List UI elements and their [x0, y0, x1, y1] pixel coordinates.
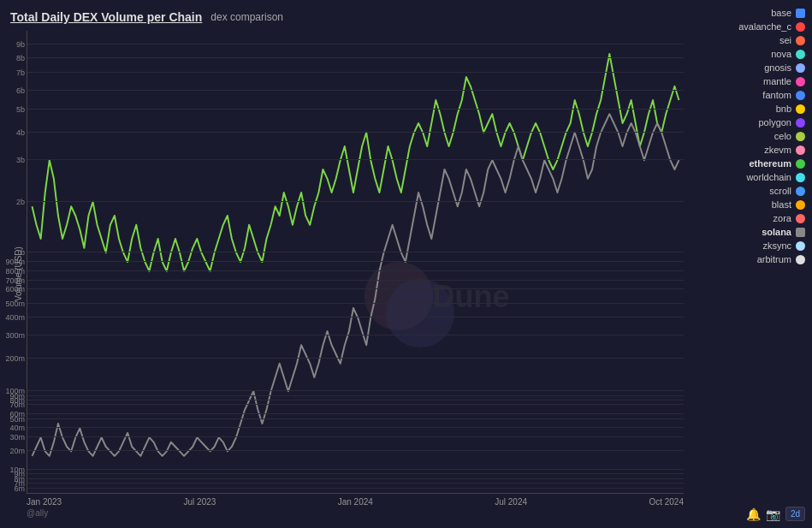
legend-item[interactable]: worldchain [687, 171, 805, 183]
chart-title: Total Daily DEX Volume per Chain [10, 10, 202, 24]
x-axis-label: Jan 2024 [338, 497, 373, 507]
legend-label: zkevm [764, 145, 791, 155]
legend-color-dot [796, 9, 805, 18]
legend-item[interactable]: solana [687, 226, 805, 238]
grid-line [27, 252, 684, 252]
y-tick-label: 7b [16, 68, 25, 77]
legend-label: nova [771, 49, 791, 59]
legend-item[interactable]: base [687, 7, 805, 19]
y-tick-label: 3b [16, 156, 25, 164]
grid-line [27, 159, 684, 160]
y-tick-label: 2b [16, 198, 25, 206]
grid-line [27, 317, 684, 317]
legend-item[interactable]: avalanche_c [687, 21, 805, 33]
y-tick-label: 6m [14, 484, 25, 493]
legend-label: blast [772, 199, 791, 210]
grid-line [27, 395, 684, 396]
legend-color-dot [796, 50, 805, 59]
legend-label: worldchain [746, 172, 791, 182]
title-bar: Total Daily DEX Volume per Chain dex com… [10, 10, 684, 24]
attribution: @ally [27, 507, 684, 518]
legend-color-dot [796, 159, 805, 169]
grid-line [27, 109, 684, 110]
legend-item[interactable]: celo [687, 130, 805, 142]
legend-color-dot [796, 200, 805, 210]
legend-item[interactable]: ethereum [687, 157, 805, 169]
grid-line [27, 450, 684, 451]
legend-color-dot [796, 132, 805, 141]
legend-color-dot [796, 63, 805, 73]
y-tick-label: 8b [16, 54, 25, 62]
x-axis-label: Jul 2024 [495, 497, 527, 507]
grid-line [27, 280, 684, 281]
grid-line [27, 201, 684, 202]
legend-color-dot [796, 241, 805, 251]
legend-item[interactable]: sei [687, 34, 805, 46]
grid-line [27, 469, 684, 470]
y-tick-label: 400m [5, 313, 25, 322]
grid-line [27, 288, 684, 289]
legend-color-dot [796, 118, 805, 128]
legend-item[interactable]: scroll [687, 185, 805, 197]
chart-inner: Dune 9b8b7b6b5b4b3b2b1b900m800m700m600m5… [27, 31, 684, 518]
grid-line [27, 335, 684, 335]
legend-item[interactable]: fantom [687, 89, 805, 101]
legend-label: mantle [763, 76, 791, 86]
legend-item[interactable]: nova [687, 48, 805, 60]
y-tick-label: 9b [16, 40, 25, 49]
legend-item[interactable]: mantle [687, 75, 805, 87]
legend-item[interactable]: zksync [687, 240, 805, 252]
legend-label: avalanche_c [738, 21, 791, 32]
x-axis-label: Jul 2023 [184, 497, 216, 507]
grid-line [27, 132, 684, 133]
grid-line [27, 44, 684, 44]
legend-item[interactable]: arbitrum [687, 253, 805, 265]
legend-item[interactable]: zkevm [687, 144, 805, 156]
grid-line [27, 478, 684, 479]
duration-badge[interactable]: 2d [785, 507, 805, 521]
legend-item[interactable]: zora [687, 212, 805, 224]
y-tick-label: 700m [5, 276, 25, 285]
chart-subtitle: dex comparison [210, 11, 283, 23]
bell-icon[interactable]: 🔔 [746, 507, 761, 521]
legend-label: zora [773, 213, 791, 223]
legend-color-dot [796, 173, 805, 182]
x-axis-label: Oct 2024 [649, 497, 684, 507]
legend-color-dot [796, 255, 805, 264]
legend-item[interactable]: blast [687, 199, 805, 211]
y-tick-label: 5b [16, 105, 25, 114]
legend-footer: 🔔📷2d [687, 500, 805, 521]
y-tick-label: 4b [16, 128, 25, 137]
y-tick-label: 500m [5, 300, 25, 308]
camera-icon[interactable]: 📷 [766, 507, 780, 521]
grid-line [27, 303, 684, 304]
legend-item[interactable]: gnosis [687, 62, 805, 74]
grid-line [27, 473, 684, 474]
legend-label: gnosis [764, 62, 791, 73]
legend-color-dot [796, 77, 805, 86]
legend-color-dot [796, 22, 805, 32]
legend-color-dot [796, 145, 805, 155]
legend-label: bnb [776, 104, 791, 114]
legend-color-dot [796, 228, 805, 237]
grid-line [27, 261, 684, 262]
y-tick-label: 30m [9, 433, 25, 442]
grid-line [27, 270, 684, 271]
y-tick-label: 20m [9, 447, 25, 455]
legend-item[interactable]: bnb [687, 103, 805, 115]
legend-color-dot [796, 104, 805, 114]
grid-line [27, 90, 684, 91]
legend-label: polygon [758, 117, 791, 128]
legend-color-dot [796, 36, 805, 45]
y-tick-label: 70m [9, 400, 25, 409]
y-tick-label: 50m [9, 415, 25, 424]
legend-color-dot [796, 187, 805, 196]
legend-item[interactable]: polygon [687, 116, 805, 128]
grid-line [27, 488, 684, 489]
legend-label: base [771, 8, 791, 18]
y-tick-label: 800m [5, 267, 25, 276]
grid-line [27, 358, 684, 359]
grid-line [27, 72, 684, 73]
legend-label: arbitrum [757, 254, 791, 264]
y-tick-label: 300m [5, 331, 25, 340]
